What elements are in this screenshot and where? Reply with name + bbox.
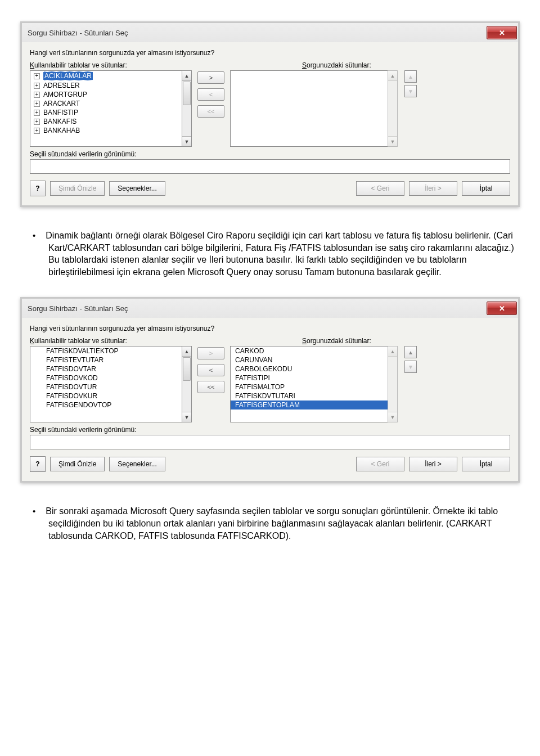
- list-item[interactable]: +AMORTGRUP: [30, 90, 182, 99]
- query-wizard-dialog-2: Sorgu Sihirbazı - Sütunları Seç ✕ Hangi …: [20, 297, 520, 483]
- dialog-title: Sorgu Sihirbazı - Sütunları Seç: [28, 29, 128, 37]
- scrollbar[interactable]: ▲ ▼: [182, 346, 192, 422]
- dialog-title: Sorgu Sihirbazı - Sütunları Seç: [28, 304, 128, 313]
- scroll-up-icon[interactable]: ▲: [388, 71, 397, 81]
- list-item[interactable]: FATFISGENTOPLAM: [231, 400, 388, 410]
- query-wizard-dialog-1: Sorgu Sihirbazı - Sütunları Seç ✕ Hangi …: [20, 21, 520, 207]
- selected-list[interactable]: [230, 70, 388, 147]
- list-item[interactable]: +ARACKART: [30, 99, 182, 108]
- list-item[interactable]: +BANFISTIP: [30, 108, 182, 117]
- move-down-icon[interactable]: ▼: [404, 85, 417, 97]
- list-item[interactable]: FATFISDOVTUR: [30, 382, 182, 392]
- list-item[interactable]: FATFISDOVKOD: [30, 374, 182, 382]
- list-item[interactable]: FATFISKDVALTIEKTOP: [30, 346, 182, 356]
- available-label: KKullanılabilir tablolar ve sütunlar:ull…: [30, 61, 302, 69]
- list-item[interactable]: CARUNVAN: [231, 356, 388, 364]
- move-down-icon[interactable]: ▼: [404, 361, 417, 373]
- next-button[interactable]: İleri >: [409, 181, 457, 196]
- cancel-button[interactable]: İptal: [462, 457, 510, 471]
- preview-now-button[interactable]: Şimdi Önizle: [50, 457, 105, 471]
- list-item[interactable]: CARBOLGEKODU: [231, 364, 388, 374]
- help-icon[interactable]: ?: [30, 456, 46, 472]
- remove-button[interactable]: <: [197, 364, 224, 376]
- scroll-down-icon[interactable]: ▼: [182, 412, 191, 422]
- back-button[interactable]: < Geri: [356, 181, 404, 196]
- options-button[interactable]: Seçenekler...: [109, 457, 165, 471]
- cancel-button[interactable]: İptal: [462, 181, 510, 196]
- remove-all-button[interactable]: <<: [197, 105, 224, 118]
- options-button[interactable]: Seçenekler...: [109, 181, 165, 196]
- scroll-up-icon[interactable]: ▲: [182, 71, 191, 81]
- scrollbar[interactable]: ▲ ▼: [182, 70, 192, 147]
- body-paragraph-1: Dinamik bağlantı örneği olarak Bölgesel …: [10, 230, 530, 278]
- preview-now-button[interactable]: Şimdi Önizle: [50, 181, 105, 196]
- move-up-icon[interactable]: ▲: [404, 70, 417, 83]
- preview-label: Seçili sütundaki verilerin görünümü:: [30, 150, 510, 158]
- prompt-text: Hangi veri sütunlarının sorgunuzda yer a…: [30, 49, 510, 57]
- scrollbar[interactable]: ▲ ▼: [388, 70, 398, 147]
- expand-icon[interactable]: +: [34, 110, 40, 116]
- selected-list[interactable]: CARKODCARUNVANCARBOLGEKODUFATFISTIPIFATF…: [230, 346, 388, 422]
- add-button[interactable]: >: [197, 71, 224, 84]
- list-item[interactable]: +ACIKLAMALAR: [30, 71, 182, 81]
- titlebar[interactable]: Sorgu Sihirbazı - Sütunları Seç ✕: [22, 299, 518, 318]
- add-button[interactable]: >: [197, 347, 224, 359]
- list-item[interactable]: FATFISMALTOP: [231, 382, 388, 392]
- expand-icon[interactable]: +: [34, 73, 40, 79]
- help-icon[interactable]: ?: [30, 181, 46, 196]
- scroll-down-icon[interactable]: ▼: [388, 136, 397, 146]
- preview-box: [30, 435, 510, 449]
- back-button[interactable]: < Geri: [356, 457, 404, 471]
- selected-label: Sorgunuzdaki sütunlar:: [302, 61, 510, 69]
- list-item[interactable]: +ADRESLER: [30, 81, 182, 90]
- available-list[interactable]: +ACIKLAMALAR+ADRESLER+AMORTGRUP+ARACKART…: [30, 70, 182, 147]
- expand-icon[interactable]: +: [34, 92, 40, 98]
- available-label: Kullanılabilir tablolar ve sütunlar:: [30, 337, 302, 345]
- scroll-thumb[interactable]: [183, 357, 191, 381]
- remove-button[interactable]: <: [197, 88, 224, 101]
- scroll-up-icon[interactable]: ▲: [388, 346, 397, 357]
- list-item[interactable]: FATFISDOVTAR: [30, 364, 182, 374]
- prompt-text: Hangi veri sütunlarının sorgunuzda yer a…: [30, 325, 510, 332]
- titlebar[interactable]: Sorgu Sihirbazı - Sütunları Seç ✕: [22, 23, 518, 42]
- scroll-down-icon[interactable]: ▼: [388, 412, 397, 422]
- list-item[interactable]: +BANKAFIS: [30, 117, 182, 126]
- list-item[interactable]: FATFISGENDOVTOP: [30, 400, 182, 410]
- move-up-icon[interactable]: ▲: [404, 346, 417, 358]
- list-item[interactable]: FATFISTIPI: [231, 374, 388, 382]
- next-button[interactable]: İleri >: [409, 457, 457, 471]
- expand-icon[interactable]: +: [34, 128, 40, 134]
- list-item[interactable]: FATFISTEVTUTAR: [30, 356, 182, 364]
- preview-box: [30, 159, 510, 174]
- scroll-thumb[interactable]: [183, 82, 191, 105]
- list-item[interactable]: +BANKAHAB: [30, 126, 182, 135]
- preview-label: Seçili sütundaki verilerin görünümü:: [30, 426, 510, 434]
- body-paragraph-2: Bir sonraki aşamada Microsoft Query sayf…: [10, 505, 530, 542]
- scroll-down-icon[interactable]: ▼: [182, 136, 191, 146]
- expand-icon[interactable]: +: [34, 83, 40, 89]
- expand-icon[interactable]: +: [34, 101, 40, 107]
- scrollbar[interactable]: ▲ ▼: [388, 346, 398, 422]
- selected-label: Sorgunuzdaki sütunlar:: [302, 337, 510, 345]
- scroll-up-icon[interactable]: ▲: [182, 346, 191, 357]
- list-item[interactable]: CARKOD: [231, 346, 388, 356]
- close-icon[interactable]: ✕: [487, 26, 517, 39]
- remove-all-button[interactable]: <<: [197, 381, 224, 393]
- list-item[interactable]: FATFISKDVTUTARI: [231, 392, 388, 400]
- available-list[interactable]: FATFISKDVALTIEKTOPFATFISTEVTUTARFATFISDO…: [30, 346, 182, 422]
- expand-icon[interactable]: +: [34, 119, 40, 125]
- close-icon[interactable]: ✕: [487, 302, 517, 315]
- list-item[interactable]: FATFISDOVKUR: [30, 392, 182, 400]
